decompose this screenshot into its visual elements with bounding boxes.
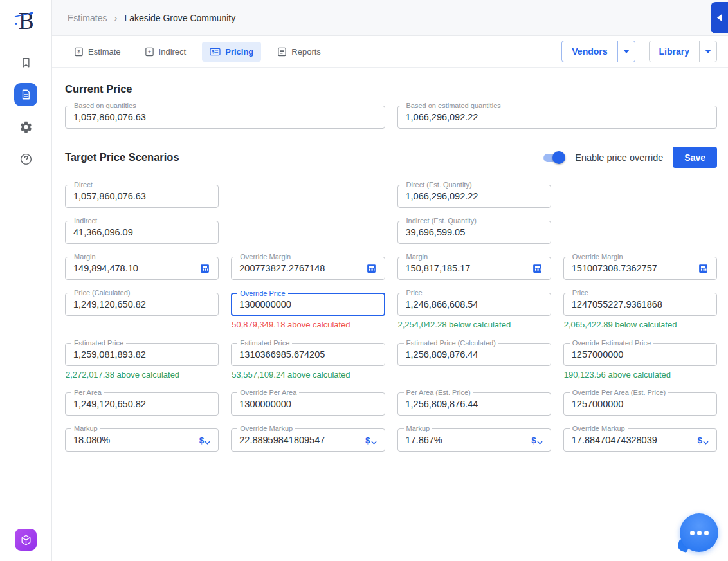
tab-pricing[interactable]: $ Pricing bbox=[202, 42, 261, 62]
field-label: Override Markup bbox=[570, 425, 628, 433]
field-price-est: Price 2,254,042.28 below calculated bbox=[397, 293, 551, 330]
price-est-input[interactable] bbox=[406, 299, 543, 309]
override-estimated-price-delta-note: 190,123.56 above calculated bbox=[564, 370, 717, 380]
library-button[interactable]: Library bbox=[650, 41, 699, 62]
breadcrumb-estimates-link[interactable]: Estimates bbox=[68, 13, 107, 23]
svg-text:$: $ bbox=[212, 49, 215, 55]
grid-row-direct: Direct Direct (Est. Quantity) bbox=[65, 185, 717, 208]
help-icon bbox=[19, 152, 33, 166]
currency-select-icon[interactable]: $ bbox=[531, 436, 543, 445]
field-label: Override Per Area (Est. Price) bbox=[570, 389, 669, 397]
override-margin-est-input[interactable] bbox=[572, 263, 693, 273]
field-override-markup-est: Override Markup $ bbox=[563, 428, 717, 452]
vendors-dropdown-button[interactable] bbox=[617, 41, 635, 62]
override-markup-est-input[interactable] bbox=[572, 435, 693, 445]
pricing-content: Current Price Based on quantities Based … bbox=[52, 68, 728, 561]
field-override-markup: Override Markup $ bbox=[231, 428, 385, 452]
currency-select-icon[interactable]: $ bbox=[697, 436, 709, 445]
margin-est-input[interactable] bbox=[406, 263, 527, 273]
chevron-left-icon bbox=[717, 14, 722, 21]
tab-label: Estimate bbox=[88, 47, 121, 57]
currency-select-icon[interactable]: $ bbox=[365, 436, 377, 445]
estimated-price-override-scenario-input[interactable] bbox=[239, 349, 376, 360]
field-label: Price bbox=[570, 289, 591, 297]
field-label: Direct bbox=[71, 181, 95, 189]
tab-label: Reports bbox=[291, 47, 321, 57]
field-label: Based on estimated quantities bbox=[404, 102, 504, 110]
currency-select-icon[interactable]: $ bbox=[199, 436, 211, 445]
tab-indirect[interactable]: + Indirect bbox=[137, 42, 194, 62]
field-based-on-quantities: Based on quantities bbox=[65, 106, 385, 129]
sidebar-nav bbox=[12, 49, 40, 172]
based-on-estimated-quantities-input[interactable] bbox=[406, 112, 709, 122]
override-estimated-price-input[interactable] bbox=[572, 349, 709, 360]
override-per-area-est-price-input[interactable] bbox=[572, 399, 709, 409]
calculator-icon[interactable] bbox=[532, 263, 543, 274]
tab-estimate[interactable]: $ Estimate bbox=[66, 42, 129, 62]
calculator-icon[interactable] bbox=[199, 263, 210, 274]
direct-input[interactable] bbox=[73, 191, 210, 201]
margin-input[interactable] bbox=[73, 263, 194, 273]
indirect-est-quantity-input[interactable] bbox=[406, 227, 543, 237]
per-area-est-price-input[interactable] bbox=[406, 399, 543, 409]
field-margin-est: Margin bbox=[397, 257, 551, 280]
field-label: Override Price bbox=[237, 290, 287, 298]
collapse-panel-button[interactable] bbox=[711, 2, 728, 33]
based-on-quantities-input[interactable] bbox=[73, 112, 377, 122]
document-icon bbox=[20, 89, 32, 100]
library-dropdown-button[interactable] bbox=[699, 41, 716, 62]
field-label: Estimated Price bbox=[71, 339, 126, 347]
chat-fab-button[interactable] bbox=[680, 513, 718, 552]
cube-apps-icon bbox=[20, 534, 32, 546]
calculator-icon[interactable] bbox=[698, 263, 709, 274]
estimated-price-scenario-delta-note: 53,557,109.24 above calculated bbox=[232, 370, 385, 380]
chat-fab-wrap bbox=[680, 513, 718, 552]
vendors-button[interactable]: Vendors bbox=[562, 41, 617, 62]
override-price-input[interactable] bbox=[239, 299, 376, 309]
active-nav-highlight bbox=[14, 83, 37, 106]
override-per-area-input[interactable] bbox=[239, 399, 376, 409]
grid-row-price: Price (Calculated) Override Price 50,879… bbox=[65, 293, 717, 330]
save-button[interactable]: Save bbox=[673, 147, 717, 168]
sidebar-item-bookmark[interactable] bbox=[12, 49, 40, 76]
field-label: Estimated Price (Calculated) bbox=[404, 339, 498, 347]
sidebar-item-estimates[interactable] bbox=[12, 81, 40, 108]
field-label: Override Margin bbox=[237, 253, 293, 261]
app-logo[interactable]: B bbox=[13, 6, 39, 36]
enable-price-override-toggle[interactable] bbox=[542, 151, 565, 164]
target-price-title: Target Price Scenarios bbox=[65, 151, 179, 163]
tab-reports[interactable]: Reports bbox=[269, 42, 329, 62]
field-indirect: Indirect bbox=[65, 221, 219, 244]
estimated-price-calculated-input[interactable] bbox=[406, 349, 543, 360]
gear-icon bbox=[19, 120, 33, 134]
price-est-delta-note: 2,254,042.28 below calculated bbox=[398, 320, 551, 330]
svg-text:+: + bbox=[147, 48, 150, 55]
field-estimated-price-calculated: Estimated Price (Calculated) bbox=[397, 343, 551, 366]
field-label: Margin bbox=[404, 253, 431, 261]
markup-est-input[interactable] bbox=[406, 435, 527, 445]
per-area-input[interactable] bbox=[73, 399, 210, 409]
override-markup-input[interactable] bbox=[239, 435, 360, 445]
sidebar-item-apps[interactable] bbox=[15, 529, 37, 551]
sidebar-item-settings[interactable] bbox=[12, 113, 40, 140]
enable-price-override-label: Enable price override bbox=[575, 152, 663, 163]
markup-input[interactable] bbox=[73, 435, 194, 445]
toolbar: $ Estimate + Indirect $ bbox=[52, 36, 728, 68]
estimated-price-input[interactable] bbox=[73, 349, 210, 360]
direct-est-quantity-input[interactable] bbox=[406, 191, 543, 201]
price-est-override-input[interactable] bbox=[572, 299, 709, 309]
field-label: Based on quantities bbox=[71, 102, 139, 110]
breadcrumb-bar: Estimates › Lakeside Grove Community bbox=[52, 0, 728, 36]
estimate-doc-icon: $ bbox=[74, 47, 84, 57]
indirect-input[interactable] bbox=[73, 227, 210, 237]
field-override-per-area: Override Per Area bbox=[231, 392, 385, 416]
field-estimated-price-override-scenario: Estimated Price 53,557,109.24 above calc… bbox=[231, 343, 385, 380]
sidebar-item-help[interactable] bbox=[12, 145, 40, 172]
override-margin-input[interactable] bbox=[239, 263, 360, 273]
price-calculated-input[interactable] bbox=[73, 299, 210, 309]
tab-label: Pricing bbox=[225, 47, 253, 57]
toggle-thumb bbox=[552, 151, 565, 164]
field-label: Margin bbox=[71, 253, 98, 261]
calculator-icon[interactable] bbox=[366, 263, 377, 274]
grid-row-estimated-price: Estimated Price 2,272,017.38 above calcu… bbox=[65, 343, 717, 380]
